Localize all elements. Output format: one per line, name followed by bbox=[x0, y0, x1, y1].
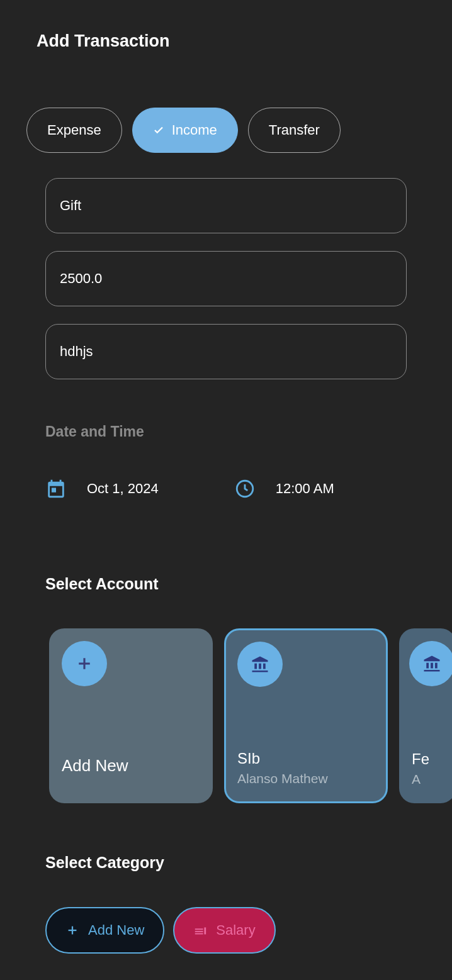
account-owner: Alanso Mathew bbox=[237, 771, 375, 786]
title-input[interactable] bbox=[45, 178, 407, 233]
type-expense-label: Expense bbox=[47, 122, 101, 138]
account-name: Fe bbox=[412, 750, 443, 768]
type-expense-chip[interactable]: Expense bbox=[26, 108, 122, 153]
fields-group bbox=[0, 178, 452, 379]
salary-icon bbox=[193, 923, 207, 937]
category-add-new-label: Add New bbox=[88, 922, 144, 938]
check-icon bbox=[153, 125, 164, 136]
page-title: Add Transaction bbox=[0, 31, 452, 51]
type-transfer-chip[interactable]: Transfer bbox=[248, 108, 341, 153]
category-add-new-chip[interactable]: Add New bbox=[45, 907, 164, 954]
date-picker[interactable]: Oct 1, 2024 bbox=[45, 478, 159, 499]
accounts-row[interactable]: Add New SIb Alanso Mathew Fe A bbox=[0, 628, 452, 803]
type-income-label: Income bbox=[172, 122, 217, 138]
category-salary-chip[interactable]: Salary bbox=[173, 907, 275, 954]
account-name: SIb bbox=[237, 750, 375, 767]
datetime-row: Oct 1, 2024 12:00 AM bbox=[0, 478, 452, 499]
svg-rect-6 bbox=[195, 933, 203, 935]
category-row: Add New Salary bbox=[0, 907, 452, 954]
svg-rect-5 bbox=[195, 931, 203, 932]
calendar-icon bbox=[45, 478, 67, 499]
bank-icon bbox=[409, 641, 452, 686]
account-card-partial[interactable]: Fe A bbox=[399, 628, 452, 803]
account-add-new-label: Add New bbox=[62, 756, 200, 776]
transaction-type-row: Expense Income Transfer bbox=[0, 108, 452, 153]
note-input[interactable] bbox=[45, 324, 407, 379]
account-add-new-card[interactable]: Add New bbox=[49, 628, 213, 803]
category-salary-label: Salary bbox=[216, 922, 255, 938]
clock-icon bbox=[234, 478, 256, 499]
datetime-section-label: Date and Time bbox=[0, 423, 452, 440]
plus-icon bbox=[62, 641, 107, 686]
type-income-chip[interactable]: Income bbox=[132, 108, 238, 153]
amount-input[interactable] bbox=[45, 251, 407, 306]
type-transfer-label: Transfer bbox=[269, 122, 320, 138]
account-owner: A bbox=[412, 772, 443, 787]
svg-rect-7 bbox=[195, 928, 203, 930]
time-picker[interactable]: 12:00 AM bbox=[234, 478, 334, 499]
category-section-title: Select Category bbox=[0, 854, 452, 872]
account-card-sib[interactable]: SIb Alanso Mathew bbox=[224, 628, 388, 803]
time-value: 12:00 AM bbox=[276, 481, 334, 497]
plus-icon bbox=[65, 923, 79, 937]
accounts-section-title: Select Account bbox=[0, 575, 452, 593]
date-value: Oct 1, 2024 bbox=[87, 481, 159, 497]
bank-icon bbox=[237, 642, 283, 687]
